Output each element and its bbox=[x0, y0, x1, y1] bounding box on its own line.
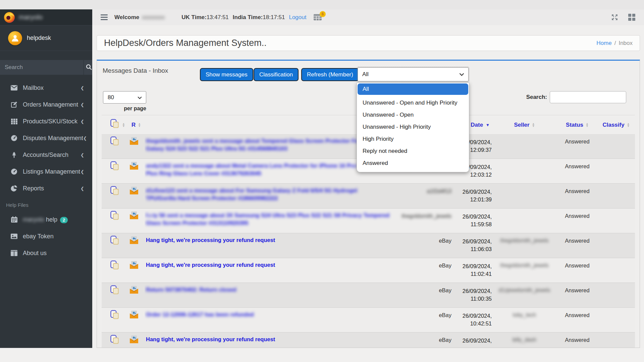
classification-button[interactable]: Classification bbox=[254, 68, 299, 81]
filter-option-answered[interactable]: Answered bbox=[358, 157, 468, 169]
message-row[interactable]: Hang tight, we're processing your refund… bbox=[102, 233, 635, 258]
folder-icon[interactable] bbox=[110, 167, 120, 172]
folder-icon[interactable] bbox=[110, 191, 120, 197]
filter-option-unanswered-open-and-high-priority[interactable]: Unanswered - Open and High Priority bbox=[358, 97, 468, 109]
row-folder-cell[interactable] bbox=[102, 208, 129, 233]
select-all-column-header[interactable]: ▲▼ bbox=[102, 119, 129, 131]
message-subject-link[interactable]: f.r.ty 56 sent a message about 3X Samsun… bbox=[146, 212, 392, 227]
row-classify-cell bbox=[597, 184, 635, 208]
reply-mail-icon[interactable] bbox=[129, 289, 139, 295]
column-header-status[interactable]: Status ▲▼ bbox=[557, 122, 597, 128]
messages-table-icon[interactable]: 6 bbox=[314, 14, 322, 20]
filter-option-reply-not-needed[interactable]: Reply not needed bbox=[358, 145, 468, 157]
filter-option-all[interactable]: All bbox=[358, 83, 468, 95]
row-folder-cell[interactable] bbox=[102, 184, 129, 208]
column-header-classify[interactable]: Classify ▲▼ bbox=[597, 122, 635, 128]
folder-icon[interactable] bbox=[110, 241, 120, 247]
row-from-cell: eBay bbox=[394, 308, 455, 332]
reply-mail-icon[interactable] bbox=[129, 165, 139, 171]
chevron-left-icon: ❮ bbox=[80, 153, 84, 158]
folder-icon[interactable] bbox=[110, 340, 120, 346]
row-folder-cell[interactable] bbox=[102, 283, 129, 307]
show-messages-button[interactable]: Show messages bbox=[200, 68, 253, 81]
chevron-left-icon: ❮ bbox=[80, 85, 84, 90]
message-subject-link[interactable]: Hang tight, we're processing your refund… bbox=[146, 236, 392, 244]
reply-mail-icon[interactable] bbox=[129, 339, 139, 345]
sidebar-search-input[interactable] bbox=[0, 60, 84, 75]
reply-mail-icon[interactable] bbox=[129, 215, 139, 221]
fullscreen-icon[interactable] bbox=[611, 14, 618, 21]
reply-mail-icon[interactable] bbox=[129, 140, 139, 146]
filter-option-unanswered-open[interactable]: Unanswered - Open bbox=[358, 109, 468, 121]
row-reply-cell[interactable] bbox=[129, 208, 145, 233]
welcome-text: Welcome xxxxxxxx bbox=[114, 14, 175, 21]
message-subject-link[interactable]: d1z5xw123 sent a message about For Samsu… bbox=[146, 187, 392, 202]
message-subject-link[interactable]: Order 12-12006-12617 has been refunded bbox=[146, 311, 392, 318]
folder-icon[interactable] bbox=[110, 315, 120, 321]
row-reply-cell[interactable] bbox=[129, 233, 145, 258]
hamburger-menu-icon[interactable] bbox=[101, 14, 108, 20]
reply-mail-icon[interactable] bbox=[129, 314, 139, 320]
grid-layout-icon[interactable] bbox=[628, 14, 635, 21]
folder-icon[interactable] bbox=[110, 266, 120, 272]
sidebar-item-disputes-management[interactable]: Disputes Management❮ bbox=[0, 130, 92, 146]
sidebar-item-products-sku-stock[interactable]: Products/SKU/Stock❮ bbox=[0, 113, 92, 130]
row-reply-cell[interactable] bbox=[129, 283, 145, 307]
message-row[interactable]: Order 12-12006-12617 has been refundedeB… bbox=[102, 308, 635, 333]
filter-option-unanswered-high-priority[interactable]: Unanswered - High Priority bbox=[358, 121, 468, 133]
brand-logo-icon bbox=[3, 11, 15, 23]
seller-value: billy_dash bbox=[513, 337, 536, 348]
reply-mail-icon[interactable] bbox=[129, 190, 139, 196]
reply-mail-icon[interactable] bbox=[129, 240, 139, 245]
sidebar-item-listings-management[interactable]: Listings Management❮ bbox=[0, 163, 92, 180]
folder-icon[interactable] bbox=[110, 216, 120, 222]
row-reply-cell[interactable] bbox=[129, 159, 145, 183]
row-reply-cell[interactable] bbox=[129, 333, 145, 348]
sidebar-item-orders-management[interactable]: Orders Management❮ bbox=[0, 96, 92, 113]
filter-option-high-priority[interactable]: High Priority bbox=[358, 133, 468, 145]
per-page-select[interactable]: 80 bbox=[103, 91, 146, 104]
folder-icon[interactable] bbox=[110, 142, 120, 147]
brand[interactable]: maryolo bbox=[0, 9, 92, 25]
messages-count-badge: 6 bbox=[320, 11, 326, 17]
message-row[interactable]: Hang tight, we're processing your refund… bbox=[102, 333, 635, 348]
reply-mail-icon[interactable] bbox=[129, 264, 139, 270]
row-folder-cell[interactable] bbox=[102, 308, 129, 332]
column-header-r[interactable]: R ▲▼ bbox=[129, 122, 145, 128]
sidebar-item-accounts-search[interactable]: Accounts/Search❮ bbox=[0, 146, 92, 163]
refresh-member-button[interactable]: Refresh (Member) bbox=[301, 68, 359, 81]
row-folder-cell[interactable] bbox=[102, 159, 129, 183]
message-subject-link[interactable]: thegoldsmith_jewels sent a message about… bbox=[146, 137, 392, 153]
chevron-left-icon: ❮ bbox=[80, 119, 84, 124]
sidebar-item-ebay-token[interactable]: ebay Token bbox=[0, 228, 92, 245]
app-window: maryolo helpdesk bbox=[0, 9, 644, 348]
filter-select[interactable]: All bbox=[358, 67, 469, 81]
sidebar-item-maryolo-help[interactable]: maryolo help2 bbox=[0, 211, 92, 228]
logout-link[interactable]: Logout bbox=[289, 14, 306, 21]
message-subject-link[interactable]: Hang tight, we're processing your refund… bbox=[146, 261, 392, 269]
message-subject-link[interactable]: Return 5073870402: Return closed bbox=[146, 286, 392, 294]
message-row[interactable]: Return 5073870402: Return closedeBay26/0… bbox=[102, 283, 635, 308]
message-row[interactable]: f.r.ty 56 sent a message about 3X Samsun… bbox=[102, 208, 635, 233]
column-header-seller[interactable]: Seller ▲▼ bbox=[492, 122, 557, 128]
row-reply-cell[interactable] bbox=[129, 184, 145, 208]
row-reply-cell[interactable] bbox=[129, 258, 145, 283]
row-reply-cell[interactable] bbox=[129, 308, 145, 332]
message-subject-link[interactable]: Hang tight, we're processing your refund… bbox=[146, 336, 392, 343]
sidebar-item-about-us[interactable]: About us bbox=[0, 245, 92, 261]
row-folder-cell[interactable] bbox=[102, 333, 129, 348]
navbar-right-icons bbox=[611, 14, 635, 21]
row-folder-cell[interactable] bbox=[102, 258, 129, 283]
row-reply-cell[interactable] bbox=[129, 134, 145, 159]
row-folder-cell[interactable] bbox=[102, 233, 129, 258]
table-search-input[interactable] bbox=[550, 91, 626, 103]
row-folder-cell[interactable] bbox=[102, 134, 129, 159]
message-row[interactable]: Hang tight, we're processing your refund… bbox=[102, 258, 635, 283]
sidebar-item-mailbox[interactable]: Mailbox❮ bbox=[0, 79, 92, 96]
breadcrumb-home-link[interactable]: Home bbox=[596, 40, 611, 47]
sidebar-item-reports[interactable]: Reports❮ bbox=[0, 180, 92, 197]
row-classify-cell bbox=[597, 308, 635, 332]
message-subject-link[interactable]: andy1322 sent a message about Metal Came… bbox=[146, 162, 392, 177]
folder-icon[interactable] bbox=[110, 291, 120, 296]
message-row[interactable]: d1z5xw123 sent a message about For Samsu… bbox=[102, 184, 635, 208]
